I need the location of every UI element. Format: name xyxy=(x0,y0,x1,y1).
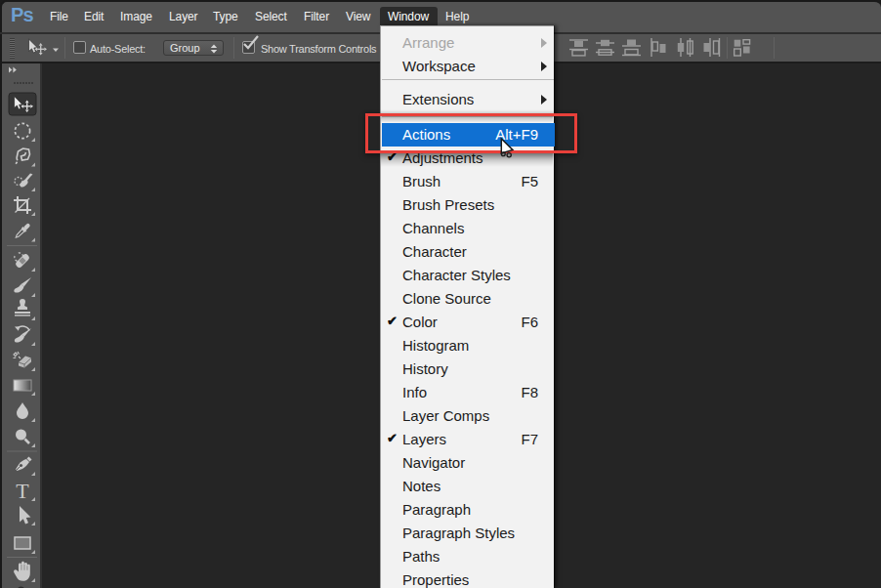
svg-text:T: T xyxy=(16,479,29,503)
